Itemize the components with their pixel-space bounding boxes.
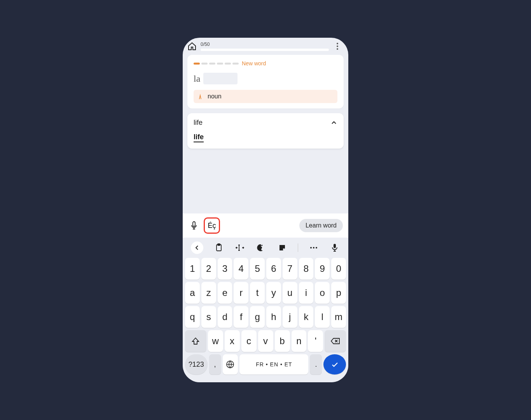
- word-row: la: [194, 73, 337, 84]
- key-comma[interactable]: ,: [209, 354, 221, 374]
- keyboard-toolbar: [185, 239, 346, 258]
- app-header: 0/50: [183, 38, 348, 55]
- key-b[interactable]: b: [275, 330, 290, 352]
- menu-icon[interactable]: [333, 43, 342, 50]
- key-l[interactable]: l: [315, 306, 330, 328]
- key-9[interactable]: 9: [315, 258, 330, 280]
- key-language[interactable]: [223, 354, 238, 374]
- progress-bar: [201, 49, 329, 51]
- clipboard-icon[interactable]: [213, 242, 224, 253]
- svg-point-9: [316, 247, 317, 248]
- key-e[interactable]: e: [218, 282, 232, 304]
- key-6[interactable]: 6: [266, 258, 281, 280]
- svg-point-6: [260, 249, 261, 250]
- key-3[interactable]: 3: [218, 258, 232, 280]
- learn-word-label: Learn word: [306, 222, 337, 229]
- key-f[interactable]: f: [234, 306, 248, 328]
- answer-option[interactable]: life: [194, 133, 204, 142]
- key-p[interactable]: p: [331, 282, 346, 304]
- key-backspace[interactable]: [325, 330, 346, 352]
- phone-frame: 0/50 New word la: [183, 38, 348, 382]
- accent-button[interactable]: Éç: [204, 217, 220, 234]
- svg-point-5: [262, 245, 263, 246]
- key-j[interactable]: j: [283, 306, 297, 328]
- key-2[interactable]: 2: [201, 258, 216, 280]
- svg-point-4: [260, 245, 261, 247]
- key-w[interactable]: w: [208, 330, 223, 352]
- progress-label: 0/50: [201, 42, 329, 47]
- eiffel-icon: [198, 93, 202, 100]
- key-enter[interactable]: [323, 354, 346, 374]
- key-q[interactable]: q: [185, 306, 200, 328]
- key-period[interactable]: .: [310, 354, 322, 374]
- key-h[interactable]: h: [266, 306, 281, 328]
- svg-rect-0: [193, 222, 195, 226]
- home-icon[interactable]: [187, 42, 197, 51]
- keyboard-row-4: w x c v b n ': [185, 330, 346, 352]
- svg-point-8: [313, 247, 314, 248]
- more-icon[interactable]: [308, 242, 319, 253]
- key-x[interactable]: x: [225, 330, 240, 352]
- status-label: New word: [242, 60, 266, 66]
- sticker-icon[interactable]: [277, 242, 288, 253]
- key-space[interactable]: FR • EN • ET: [239, 354, 308, 374]
- answer-title: life: [194, 119, 203, 127]
- key-o[interactable]: o: [315, 282, 330, 304]
- text-select-icon[interactable]: [234, 242, 245, 253]
- answer-header: life: [194, 119, 337, 127]
- kb-mic-icon[interactable]: [329, 242, 340, 253]
- kb-back-icon[interactable]: [191, 242, 203, 254]
- status-row: New word: [194, 60, 337, 66]
- part-of-speech-row: noun: [194, 90, 337, 103]
- keyboard-row-3: q s d f g h j k l m: [185, 306, 346, 328]
- key-r[interactable]: r: [234, 282, 248, 304]
- key-i[interactable]: i: [299, 282, 314, 304]
- collapse-icon[interactable]: [330, 119, 337, 126]
- keyboard-row-1: 1 2 3 4 5 6 7 8 9 0: [185, 258, 346, 280]
- key-n[interactable]: n: [292, 330, 307, 352]
- key-7[interactable]: 7: [283, 258, 297, 280]
- keyboard-row-2: a z e r t y u i o p: [185, 282, 346, 304]
- mic-icon[interactable]: [188, 220, 200, 231]
- keyboard: 1 2 3 4 5 6 7 8 9 0 a z e r t y u i o p …: [183, 238, 348, 382]
- key-apostrophe[interactable]: ': [308, 330, 323, 352]
- key-u[interactable]: u: [283, 282, 297, 304]
- key-5[interactable]: 5: [250, 258, 265, 280]
- svg-point-3: [259, 247, 260, 248]
- input-toolbar: Éç Learn word: [183, 214, 348, 238]
- theme-icon[interactable]: [255, 242, 266, 253]
- word-input-blank[interactable]: [203, 73, 238, 84]
- key-8[interactable]: 8: [299, 258, 314, 280]
- key-s[interactable]: s: [201, 306, 216, 328]
- word-card: New word la noun: [187, 55, 344, 108]
- learn-word-button[interactable]: Learn word: [299, 219, 343, 232]
- accent-label: Éç: [208, 222, 216, 230]
- key-z[interactable]: z: [201, 282, 216, 304]
- key-shift[interactable]: [185, 330, 206, 352]
- pos-label: noun: [208, 93, 222, 100]
- progress-dashes: [194, 63, 239, 65]
- key-a[interactable]: a: [185, 282, 200, 304]
- key-numeric[interactable]: ?123: [185, 354, 208, 374]
- key-k[interactable]: k: [299, 306, 314, 328]
- key-c[interactable]: c: [241, 330, 257, 352]
- key-0[interactable]: 0: [331, 258, 346, 280]
- keyboard-row-5: ?123 , FR • EN • ET .: [185, 354, 346, 374]
- key-g[interactable]: g: [250, 306, 265, 328]
- key-m[interactable]: m: [331, 306, 346, 328]
- key-v[interactable]: v: [258, 330, 273, 352]
- article-text: la: [194, 74, 200, 84]
- answer-card: life life: [187, 113, 344, 149]
- separator: [298, 243, 298, 252]
- progress-wrap: 0/50: [201, 42, 329, 51]
- key-4[interactable]: 4: [234, 258, 248, 280]
- key-t[interactable]: t: [250, 282, 265, 304]
- key-1[interactable]: 1: [185, 258, 200, 280]
- key-y[interactable]: y: [266, 282, 281, 304]
- svg-point-7: [310, 247, 312, 248]
- svg-rect-10: [334, 244, 336, 248]
- key-d[interactable]: d: [218, 306, 232, 328]
